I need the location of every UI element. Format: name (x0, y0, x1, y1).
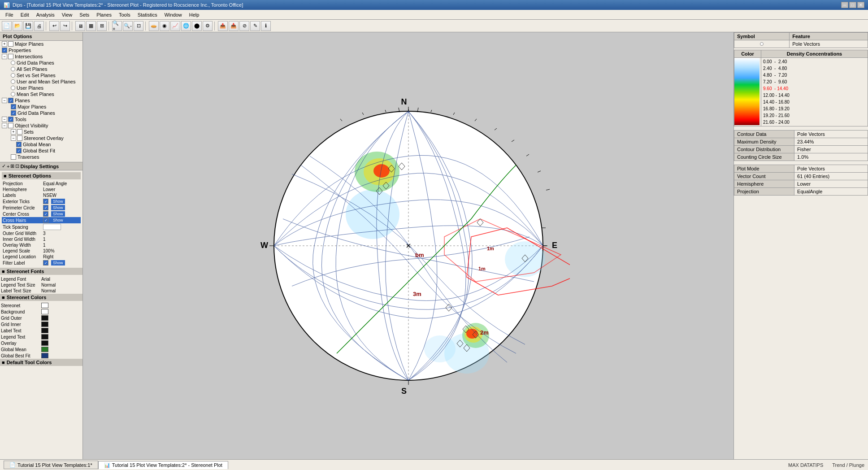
checkbox-planes[interactable] (8, 98, 13, 103)
show-perimeter-button[interactable]: Show (51, 205, 65, 210)
expander-stereonet-overlay[interactable]: − (11, 135, 16, 141)
menu-statistics[interactable]: Statistics (134, 11, 161, 18)
tree-item-properties[interactable]: Properties (0, 47, 82, 53)
tree-item-tools[interactable]: − Tools (0, 116, 82, 122)
fit-button[interactable]: ⊡ (134, 21, 143, 31)
stereonet-color-swatch[interactable] (41, 303, 48, 308)
select-button[interactable]: ✎ (250, 21, 260, 31)
maximize-button[interactable]: □ (849, 2, 856, 8)
menu-window[interactable]: Window (161, 11, 186, 18)
checkbox-global-best-fit[interactable] (16, 148, 22, 153)
show-center-cross-button[interactable]: Show (51, 211, 65, 217)
expander-planes[interactable]: − (2, 98, 7, 103)
radio-user-planes[interactable] (11, 86, 15, 90)
checkbox-properties[interactable] (2, 48, 7, 53)
menu-sets[interactable]: Sets (76, 11, 93, 18)
minimize-button[interactable]: ─ (841, 2, 848, 8)
tree-item-object-visibility[interactable]: − Object Visibility (0, 122, 82, 129)
grid-inner-color-swatch[interactable] (41, 322, 48, 327)
legend-text-color-swatch[interactable] (41, 334, 48, 339)
checkbox-major-planes2[interactable] (11, 104, 16, 109)
zoom-out-button[interactable]: 🔍- (123, 21, 133, 31)
checkbox-perimeter[interactable] (43, 205, 48, 210)
view-button[interactable]: 🖥 (75, 21, 85, 31)
new-button[interactable]: 📄 (2, 21, 12, 31)
tree-item-all-set-planes[interactable]: All Set Planes (0, 66, 82, 72)
tree-item-sets[interactable]: + Sets (0, 129, 82, 135)
menu-file[interactable]: File (2, 11, 17, 18)
open-button[interactable]: 📂 (13, 21, 22, 31)
show-ext-ticks-button[interactable]: Show (51, 199, 65, 204)
checkbox-tools[interactable] (8, 117, 13, 122)
show-cross-hairs-button[interactable]: Show (51, 218, 65, 223)
checkbox-cross-hairs[interactable] (43, 218, 48, 223)
show-filter-label-button[interactable]: Show (51, 260, 65, 265)
tree-item-grid-data2[interactable]: Grid Data Planes (0, 110, 82, 116)
checkbox-ext-ticks[interactable] (43, 199, 48, 204)
expander-intersections[interactable]: − (2, 54, 7, 59)
settings-button[interactable]: ⚙ (203, 21, 213, 31)
tree-item-traverses[interactable]: Traverses (0, 154, 82, 160)
tick-spacing-input[interactable] (43, 224, 61, 230)
sphere-button[interactable]: 🌐 (181, 21, 191, 31)
tree-item-grid-data-planes[interactable]: Grid Data Planes (0, 60, 82, 66)
checkbox-global-mean[interactable] (16, 142, 22, 147)
tree-item-user-mean[interactable]: User and Mean Set Planes (0, 78, 82, 85)
radio-mean-set[interactable] (11, 92, 15, 96)
tree-item-set-vs-set[interactable]: Set vs Set Planes (0, 72, 82, 78)
checkbox-intersections[interactable] (8, 54, 13, 59)
tree-item-mean-set[interactable]: Mean Set Planes (0, 91, 82, 97)
view3-button[interactable]: ⊞ (97, 21, 107, 31)
tree-item-major-planes[interactable]: + Major Planes (0, 41, 82, 47)
redo-button[interactable]: ↪ (60, 21, 70, 31)
menu-help[interactable]: Help (186, 11, 203, 18)
zoom-in-button[interactable]: 🔍+ (112, 21, 122, 31)
tree-item-intersections[interactable]: − Intersections (0, 53, 82, 60)
radio-all-set[interactable] (11, 67, 15, 71)
checkbox-major-planes[interactable] (8, 41, 13, 47)
checkbox-stereonet-overlay[interactable] (17, 135, 22, 141)
radio-grid-data[interactable] (11, 61, 15, 65)
background-color-swatch[interactable] (41, 309, 48, 314)
checkbox-object-vis[interactable] (8, 123, 13, 128)
window-controls[interactable]: ─ □ ✕ (841, 2, 864, 8)
menu-planes[interactable]: Planes (93, 11, 115, 18)
tree-item-global-best-fit[interactable]: Global Best Fit (0, 148, 82, 154)
status-tab-2[interactable]: 📊 Tutorial 15 Plot View Templates:2* - S… (98, 461, 228, 469)
overlay-color-swatch[interactable] (41, 340, 48, 346)
sphere2-button[interactable]: ⬤ (192, 21, 202, 31)
expander-sets[interactable]: + (11, 129, 16, 135)
global-best-fit-color-swatch[interactable] (41, 353, 48, 358)
grid-outer-color-swatch[interactable] (41, 315, 48, 321)
tree-item-major-planes2[interactable]: Major Planes (0, 104, 82, 110)
checkbox-grid-data2[interactable] (11, 110, 16, 116)
save-button[interactable]: 💾 (23, 21, 33, 31)
checkbox-traverses[interactable] (11, 154, 16, 160)
stereonet-plot[interactable]: 1m 1m 3m bm 2m (247, 84, 570, 407)
menu-view[interactable]: View (58, 11, 76, 18)
global-mean-color-swatch[interactable] (41, 347, 48, 352)
radio-user-mean[interactable] (11, 79, 15, 84)
close-button[interactable]: ✕ (857, 2, 864, 8)
tree-item-user-planes[interactable]: User Planes (0, 85, 82, 91)
menu-edit[interactable]: Edit (17, 11, 33, 18)
export-button[interactable]: 📤 (218, 21, 228, 31)
pie-chart-button[interactable]: 🥧 (149, 21, 159, 31)
print-button[interactable]: 🖨 (34, 21, 44, 31)
expander-object-vis[interactable]: − (2, 123, 7, 128)
import-button[interactable]: 📥 (229, 21, 239, 31)
tree-item-planes[interactable]: − Planes (0, 97, 82, 104)
expander-tools[interactable]: − (2, 117, 7, 122)
filter-button[interactable]: ⊘ (239, 21, 249, 31)
label-text-color-swatch[interactable] (41, 328, 48, 333)
info-button[interactable]: ℹ (261, 21, 271, 31)
tree-item-stereonet-overlay[interactable]: − Stereonet Overlay (0, 135, 82, 141)
checkbox-center-cross[interactable] (43, 211, 48, 217)
checkbox-filter-label[interactable] (43, 260, 48, 265)
view2-button[interactable]: ▦ (86, 21, 96, 31)
contour-button[interactable]: ◉ (160, 21, 169, 31)
plot-button[interactable]: 📈 (170, 21, 180, 31)
undo-button[interactable]: ↩ (49, 21, 59, 31)
menu-tools[interactable]: Tools (115, 11, 134, 18)
cross-hairs-row[interactable]: Cross Hairs Show (2, 217, 81, 223)
